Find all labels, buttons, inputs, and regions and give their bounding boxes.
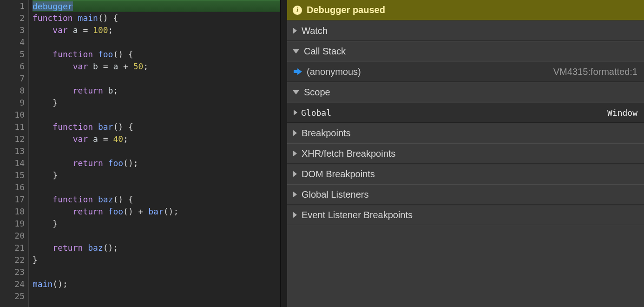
code-line[interactable] bbox=[33, 266, 280, 278]
chevron-right-icon bbox=[293, 171, 297, 177]
code-line[interactable] bbox=[33, 109, 280, 121]
callstack-section-label: Call Stack bbox=[304, 46, 346, 57]
code-line[interactable] bbox=[33, 290, 280, 302]
breakpoints-section-label: Breakpoints bbox=[302, 128, 351, 139]
line-number[interactable]: 19 bbox=[4, 218, 25, 230]
code-line[interactable]: return b; bbox=[33, 85, 280, 97]
line-number[interactable]: 20 bbox=[4, 230, 25, 242]
code-line[interactable]: } bbox=[33, 218, 280, 230]
code-line[interactable]: var a = 100; bbox=[33, 24, 280, 36]
devtools-sources-panel: 1234567891011121314151617181920212223242… bbox=[0, 0, 644, 307]
line-number[interactable]: 12 bbox=[4, 133, 25, 145]
code-line[interactable]: debugger bbox=[33, 0, 280, 12]
code-line[interactable]: function foo() { bbox=[33, 48, 280, 60]
info-icon: i bbox=[293, 6, 302, 15]
line-number[interactable]: 24 bbox=[4, 278, 25, 290]
chevron-down-icon bbox=[293, 90, 299, 94]
line-number-gutter[interactable]: 1234567891011121314151617181920212223242… bbox=[0, 0, 29, 307]
code-line[interactable]: function bar() { bbox=[33, 121, 280, 133]
breakpoints-section-header[interactable]: Breakpoints bbox=[287, 123, 644, 143]
scope-entry-value: Window bbox=[607, 108, 637, 118]
watch-section-header[interactable]: Watch bbox=[287, 20, 644, 41]
line-number[interactable]: 18 bbox=[4, 206, 25, 218]
code-line[interactable]: function baz() { bbox=[33, 194, 280, 206]
line-number[interactable]: 14 bbox=[4, 157, 25, 169]
code-line[interactable]: } bbox=[33, 97, 280, 109]
code-content[interactable]: debuggerfunction main() { var a = 100; f… bbox=[29, 0, 280, 307]
code-line[interactable] bbox=[33, 73, 280, 85]
event-listener-breakpoints-section-label: Event Listener Breakpoints bbox=[302, 210, 413, 220]
scope-section-header[interactable]: Scope bbox=[287, 82, 644, 102]
current-frame-arrow-icon bbox=[294, 68, 302, 75]
xhr-breakpoints-section-label: XHR/fetch Breakpoints bbox=[302, 148, 395, 159]
line-number[interactable]: 16 bbox=[4, 181, 25, 194]
line-number[interactable]: 8 bbox=[4, 85, 25, 97]
callstack-frame[interactable]: (anonymous) VM4315:formatted:1 bbox=[287, 61, 644, 82]
chevron-right-icon bbox=[294, 110, 297, 115]
code-line[interactable]: var a = 40; bbox=[33, 133, 280, 145]
code-line[interactable]: function main() { bbox=[33, 12, 280, 24]
line-number[interactable]: 2 bbox=[4, 12, 25, 24]
line-number[interactable]: 10 bbox=[4, 109, 25, 121]
scope-entry[interactable]: Global Window bbox=[287, 102, 644, 123]
scope-entry-name: Global bbox=[301, 108, 331, 118]
event-listener-breakpoints-section-header[interactable]: Event Listener Breakpoints bbox=[287, 205, 644, 225]
pane-splitter[interactable] bbox=[281, 0, 287, 307]
xhr-breakpoints-section-header[interactable]: XHR/fetch Breakpoints bbox=[287, 143, 644, 164]
code-line[interactable] bbox=[33, 181, 280, 194]
code-line[interactable]: return baz(); bbox=[33, 242, 280, 254]
line-number[interactable]: 9 bbox=[4, 97, 25, 109]
line-number[interactable]: 23 bbox=[4, 266, 25, 278]
debugger-sidebar: i Debugger paused Watch Call Stack (anon… bbox=[287, 0, 644, 307]
line-number[interactable]: 1 bbox=[4, 0, 25, 12]
paused-label: Debugger paused bbox=[307, 5, 385, 15]
chevron-down-icon bbox=[293, 49, 299, 53]
code-editor-pane: 1234567891011121314151617181920212223242… bbox=[0, 0, 281, 307]
code-line[interactable] bbox=[33, 145, 280, 157]
watch-section-label: Watch bbox=[302, 26, 328, 36]
code-line[interactable] bbox=[33, 230, 280, 242]
line-number[interactable]: 11 bbox=[4, 121, 25, 133]
dom-breakpoints-section-header[interactable]: DOM Breakpoints bbox=[287, 164, 644, 184]
chevron-right-icon bbox=[293, 191, 297, 198]
line-number[interactable]: 5 bbox=[4, 48, 25, 60]
line-number[interactable]: 15 bbox=[4, 169, 25, 181]
line-number[interactable]: 17 bbox=[4, 194, 25, 206]
line-number[interactable]: 7 bbox=[4, 73, 25, 85]
chevron-right-icon bbox=[293, 150, 297, 157]
line-number[interactable]: 21 bbox=[4, 242, 25, 254]
chevron-right-icon bbox=[293, 130, 297, 136]
code-editor[interactable]: 1234567891011121314151617181920212223242… bbox=[0, 0, 280, 307]
line-number[interactable]: 4 bbox=[4, 36, 25, 48]
line-number[interactable]: 6 bbox=[4, 60, 25, 73]
line-number[interactable]: 3 bbox=[4, 24, 25, 36]
line-number[interactable]: 22 bbox=[4, 254, 25, 266]
line-number[interactable]: 13 bbox=[4, 145, 25, 157]
callstack-frame-name: (anonymous) bbox=[307, 67, 361, 77]
scope-section-label: Scope bbox=[304, 87, 330, 98]
code-line[interactable]: } bbox=[33, 254, 280, 266]
code-line[interactable]: main(); bbox=[33, 278, 280, 290]
code-line[interactable]: return foo() + bar(); bbox=[33, 206, 280, 218]
line-number[interactable]: 25 bbox=[4, 290, 25, 302]
chevron-right-icon bbox=[293, 212, 297, 218]
callstack-section-header[interactable]: Call Stack bbox=[287, 41, 644, 61]
callstack-frame-location: VM4315:formatted:1 bbox=[553, 67, 637, 77]
code-line[interactable]: var b = a + 50; bbox=[33, 60, 280, 73]
global-listeners-section-header[interactable]: Global Listeners bbox=[287, 184, 644, 205]
dom-breakpoints-section-label: DOM Breakpoints bbox=[302, 169, 375, 180]
code-line[interactable] bbox=[33, 36, 280, 48]
debugger-paused-banner: i Debugger paused bbox=[287, 0, 644, 20]
code-line[interactable]: } bbox=[33, 169, 280, 181]
global-listeners-section-label: Global Listeners bbox=[302, 189, 369, 200]
chevron-right-icon bbox=[293, 27, 297, 34]
code-line[interactable]: return foo(); bbox=[33, 157, 280, 169]
